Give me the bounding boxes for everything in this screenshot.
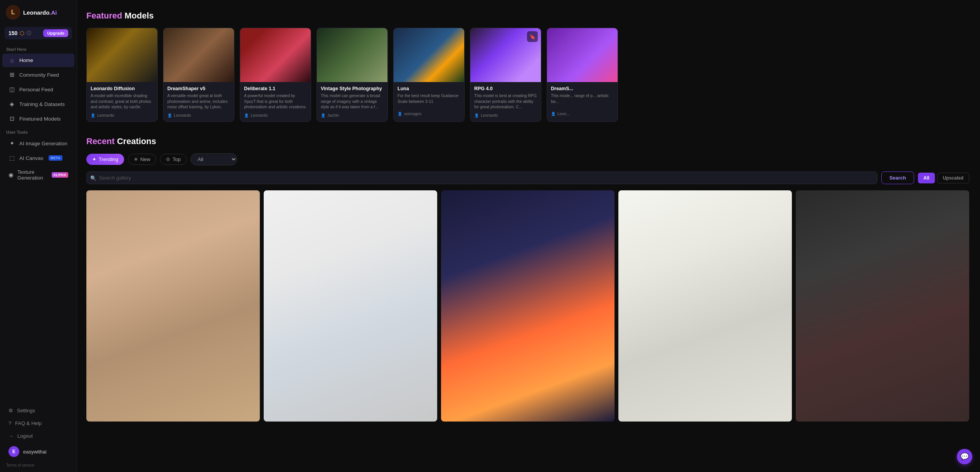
trending-label: Trending xyxy=(99,156,118,162)
view-all-button[interactable]: All xyxy=(918,173,935,183)
model-card-image-1 xyxy=(87,28,157,82)
model-card-3[interactable]: Deliberate 1.1 A powerful model created … xyxy=(240,28,311,122)
search-button[interactable]: Search xyxy=(881,171,914,184)
model-desc-7: This mode... range of p... artistic ba..… xyxy=(551,93,614,108)
alpha-badge: ALPHA xyxy=(52,172,69,178)
model-desc-2: A versatile model great at both photorea… xyxy=(167,93,230,110)
model-name-5: Luna xyxy=(397,86,460,91)
recent-title-highlight: Recent xyxy=(86,136,115,146)
image-card-img5[interactable]: ⊞ ◌ ⤢ xyxy=(796,190,969,422)
featured-title-normal: Models xyxy=(122,11,154,20)
image-card-img4[interactable]: ⊞ ◌ ⤢ xyxy=(618,190,792,422)
remix-btn-img3[interactable]: ⊞ xyxy=(574,193,585,204)
model-name-7: DreamS... xyxy=(551,86,614,91)
remix-btn-img2[interactable]: ⊞ xyxy=(397,193,408,204)
model-author-5: 👤 voimages xyxy=(397,111,460,116)
sidebar: L Leonardo.Ai 150 ⬡ ⓘ Upgrade Start Here… xyxy=(0,0,77,472)
model-card-4[interactable]: Vintage Style Photography This model can… xyxy=(317,28,388,122)
model-card-7[interactable]: DreamS... This mode... range of p... art… xyxy=(547,28,618,122)
chat-icon: 💬 xyxy=(960,452,969,461)
user-avatar: E xyxy=(8,446,19,457)
filter-trending[interactable]: ✦ Trending xyxy=(86,154,124,165)
sidebar-item-finetuned[interactable]: ⊡ Finetuned Models xyxy=(2,112,74,126)
main-content: Featured Models Leonardo Diffusion A mod… xyxy=(77,0,980,472)
more-btn-img3[interactable]: ◌ xyxy=(588,193,598,204)
category-select[interactable]: All Characters Landscapes Abstract xyxy=(190,153,237,165)
view-upscaled-button[interactable]: Upscaled xyxy=(937,173,969,183)
filter-top[interactable]: ♔ Top xyxy=(160,154,187,165)
remix-btn-img1[interactable]: ⊞ xyxy=(220,193,231,204)
search-input[interactable] xyxy=(86,171,877,184)
image-grid: ⊞ ◌ ⤢ ⊞ ◌ ⤢ ⊞ ◌ ⤢ ⊞ ◌ ⤢ ⊞ ◌ ⤢ xyxy=(86,190,969,422)
image-card-img1[interactable]: ⊞ ◌ ⤢ xyxy=(86,190,260,422)
more-btn-img2[interactable]: ◌ xyxy=(410,193,421,204)
ai-image-icon: ✦ xyxy=(8,140,15,147)
model-card-2[interactable]: DreamShaper v5 A versatile model great a… xyxy=(163,28,234,122)
logo-area[interactable]: L Leonardo.Ai xyxy=(0,0,77,25)
ai-canvas-icon: ⬚ xyxy=(8,155,15,161)
sidebar-item-settings[interactable]: ⚙ Settings xyxy=(2,405,74,417)
expand-btn-img2[interactable]: ⤢ xyxy=(423,193,434,204)
brand-name: Leonardo.Ai xyxy=(23,9,57,16)
image-card-img3[interactable]: ⊞ ◌ ⤢ xyxy=(441,190,615,422)
model-card-1[interactable]: Leonardo Diffusion A model with incredib… xyxy=(86,28,158,122)
author-icon-7: 👤 xyxy=(551,112,556,116)
image-card-img2[interactable]: ⊞ ◌ ⤢ xyxy=(264,190,437,422)
sidebar-item-community-feed[interactable]: ⊞ Community Feed xyxy=(2,68,74,82)
more-btn-img1[interactable]: ◌ xyxy=(233,193,244,204)
sidebar-item-faq[interactable]: ? FAQ & Help xyxy=(2,417,74,429)
chat-bubble[interactable]: 💬 xyxy=(957,449,972,464)
settings-label: Settings xyxy=(17,408,35,413)
sidebar-item-logout[interactable]: → Logout xyxy=(2,430,74,442)
expand-btn-img4[interactable]: ⤢ xyxy=(778,193,789,204)
credits-icon: ⬡ xyxy=(20,30,24,36)
model-author-2: 👤 Leonardo xyxy=(167,113,230,118)
new-label: New xyxy=(140,156,150,162)
terms-link[interactable]: Terms of service xyxy=(0,462,77,472)
new-icon: ✳ xyxy=(134,156,138,162)
sidebar-item-training-label: Training & Datasets xyxy=(19,101,65,107)
model-card-5[interactable]: Luna For the best result keep Guidance S… xyxy=(393,28,465,122)
sidebar-item-training[interactable]: ◈ Training & Datasets xyxy=(2,97,74,111)
remix-btn-img4[interactable]: ⊞ xyxy=(752,193,763,204)
personal-icon: ◫ xyxy=(8,86,15,93)
logout-icon: → xyxy=(8,433,13,439)
faq-icon: ? xyxy=(8,420,11,426)
more-btn-img5[interactable]: ◌ xyxy=(942,193,953,204)
image-bg-img4 xyxy=(618,190,792,422)
model-card-image-2 xyxy=(163,28,234,82)
sidebar-item-home[interactable]: ⌂ Home xyxy=(2,54,74,67)
author-icon-3: 👤 xyxy=(244,113,249,118)
expand-btn-img3[interactable]: ⤢ xyxy=(601,193,611,204)
upgrade-button[interactable]: Upgrade xyxy=(43,29,68,37)
expand-btn-img1[interactable]: ⤢ xyxy=(246,193,257,204)
user-name: easywithai xyxy=(23,449,47,455)
user-profile[interactable]: E easywithai xyxy=(2,443,74,460)
settings-icon: ⚙ xyxy=(8,408,13,413)
model-name-2: DreamShaper v5 xyxy=(167,86,230,91)
sidebar-item-ai-canvas[interactable]: ⬚ AI Canvas BETA xyxy=(2,151,74,165)
filter-new[interactable]: ✳ New xyxy=(128,154,156,165)
more-btn-img4[interactable]: ◌ xyxy=(765,193,776,204)
model-name-4: Vintage Style Photography xyxy=(321,86,384,91)
image-bg-img2 xyxy=(264,190,437,422)
author-icon-4: 👤 xyxy=(321,113,325,118)
texture-icon: ◉ xyxy=(8,171,13,178)
model-card-6[interactable]: 🔖 RPG 4.0 This model is best at creating… xyxy=(470,28,541,122)
start-here-label: Start Here xyxy=(0,43,77,53)
model-desc-6: This model is best at creating RPG chara… xyxy=(474,93,537,110)
remix-btn-img5[interactable]: ⊞ xyxy=(929,193,940,204)
credits-info-icon[interactable]: ⓘ xyxy=(27,30,31,37)
credits-count: 150 xyxy=(8,30,17,36)
beta-badge: BETA xyxy=(49,155,62,161)
svg-text:L: L xyxy=(11,9,15,15)
expand-btn-img5[interactable]: ⤢ xyxy=(955,193,966,204)
search-input-wrap: 🔍 xyxy=(86,171,877,184)
sidebar-item-texture[interactable]: ◉ Texture Generation ALPHA xyxy=(2,166,74,184)
sidebar-item-finetuned-label: Finetuned Models xyxy=(19,116,61,122)
model-author-4: 👤 Jachin xyxy=(321,113,384,118)
sidebar-item-personal-feed[interactable]: ◫ Personal Feed xyxy=(2,82,74,96)
featured-title-highlight: Featured xyxy=(86,11,122,20)
bookmark-button-6[interactable]: 🔖 xyxy=(527,31,538,42)
sidebar-item-ai-image[interactable]: ✦ AI Image Generation xyxy=(2,136,74,150)
